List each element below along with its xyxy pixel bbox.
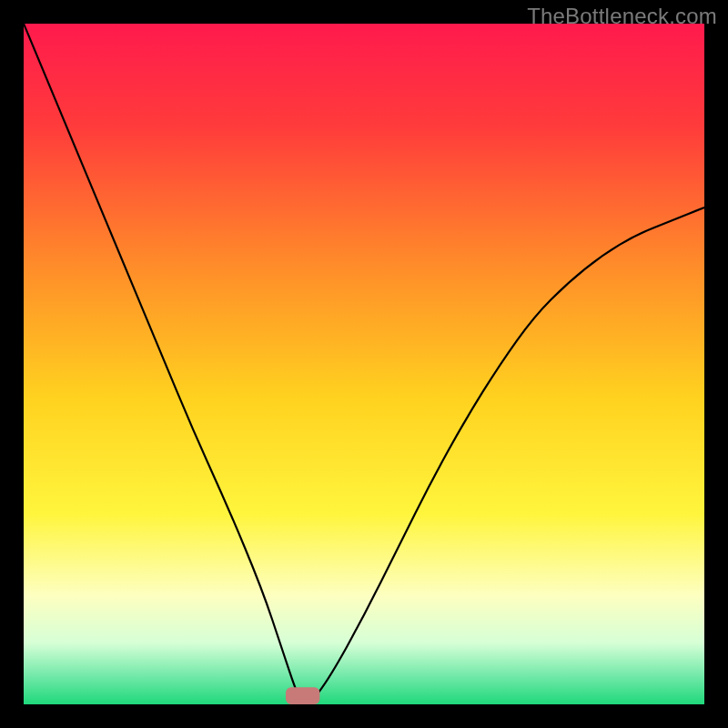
gradient-background (24, 24, 704, 704)
plot-area (24, 24, 704, 704)
bottleneck-chart (24, 24, 704, 704)
watermark-text: TheBottleneck.com (527, 4, 717, 29)
chart-root: TheBottleneck.com (0, 0, 728, 728)
optimal-marker (286, 687, 319, 704)
